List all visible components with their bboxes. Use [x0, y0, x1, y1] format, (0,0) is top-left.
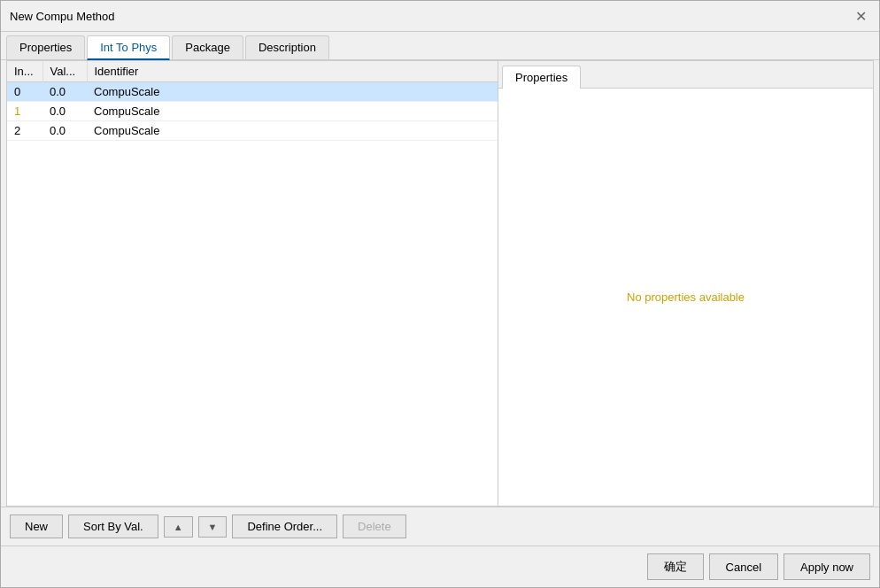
cell-identifier: CompuScale — [87, 102, 498, 121]
delete-button[interactable]: Delete — [343, 514, 406, 538]
cell-identifier: CompuScale — [87, 121, 498, 141]
cell-value: 0.0 — [42, 82, 87, 102]
move-up-button[interactable]: ▲ — [164, 516, 193, 538]
table-row[interactable]: 10.0CompuScale — [7, 102, 498, 121]
col-header-value[interactable]: Val... — [42, 61, 87, 82]
right-panel: Properties No properties available — [498, 61, 873, 506]
bottom-bar: New Sort By Val. ▲ ▼ Define Order... Del… — [1, 507, 879, 545]
cell-index: 1 — [7, 102, 42, 121]
cell-value: 0.0 — [42, 121, 87, 141]
close-button[interactable]: ✕ — [851, 6, 870, 26]
data-table: In... Val... Identifier 00.0CompuScale10… — [7, 61, 498, 141]
no-properties-message: No properties available — [498, 89, 873, 506]
tab-description[interactable]: Description — [245, 35, 329, 59]
cell-value: 0.0 — [42, 102, 87, 121]
cell-index: 0 — [7, 82, 42, 102]
cell-identifier: CompuScale — [87, 82, 498, 102]
title-bar: New Compu Method ✕ — [1, 1, 879, 32]
tab-bar: Properties Int To Phys Package Descripti… — [1, 32, 879, 60]
col-header-identifier[interactable]: Identifier — [87, 61, 498, 82]
left-panel: In... Val... Identifier 00.0CompuScale10… — [7, 61, 498, 506]
table-container[interactable]: In... Val... Identifier 00.0CompuScale10… — [7, 61, 498, 506]
right-tab-properties[interactable]: Properties — [502, 66, 581, 89]
cancel-button[interactable]: Cancel — [709, 553, 778, 580]
table-row[interactable]: 20.0CompuScale — [7, 121, 498, 141]
cell-index: 2 — [7, 121, 42, 141]
dialog-title: New Compu Method — [10, 10, 115, 23]
ok-button[interactable]: 确定 — [647, 553, 704, 580]
define-order-button[interactable]: Define Order... — [232, 514, 337, 538]
table-row[interactable]: 00.0CompuScale — [7, 82, 498, 102]
dialog: New Compu Method ✕ Properties Int To Phy… — [0, 0, 880, 588]
col-header-index[interactable]: In... — [7, 61, 42, 82]
right-tab-bar: Properties — [498, 61, 873, 89]
tab-int-to-phys[interactable]: Int To Phys — [87, 35, 170, 60]
new-button[interactable]: New — [10, 514, 63, 538]
tab-properties[interactable]: Properties — [6, 35, 85, 59]
dialog-footer: 确定 Cancel Apply now — [1, 545, 879, 587]
tab-package[interactable]: Package — [172, 35, 243, 59]
apply-now-button[interactable]: Apply now — [784, 553, 870, 580]
content-area: In... Val... Identifier 00.0CompuScale10… — [6, 60, 874, 507]
sort-by-val-button[interactable]: Sort By Val. — [68, 514, 158, 538]
move-down-button[interactable]: ▼ — [198, 516, 228, 538]
